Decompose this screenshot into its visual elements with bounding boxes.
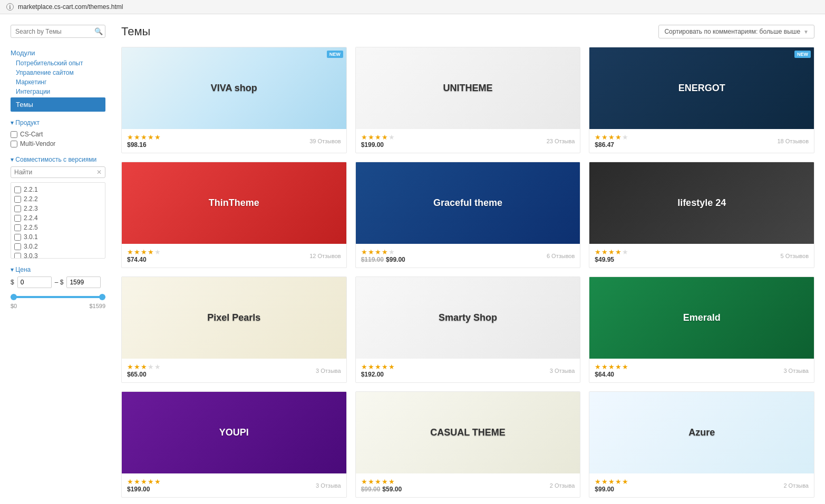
product-card-emerald[interactable]: Emerald ★★★★★ $64.40 3 Отзыва — [589, 276, 814, 383]
search-icon: 🔍 — [94, 27, 103, 35]
filter-cscart-checkbox[interactable] — [11, 131, 17, 138]
version-225[interactable]: 2.2.5 — [11, 223, 105, 232]
price-prefix-min: $ — [11, 279, 14, 286]
product-left-pixel: ★★★★★ $65.00 — [127, 363, 161, 378]
sort-dropdown[interactable]: Сортировать по комментариям: больше выше… — [658, 25, 814, 38]
version-224[interactable]: 2.2.4 — [11, 213, 105, 223]
product-reviews-youpi: 3 Отзыва — [316, 482, 341, 489]
version-clear-icon[interactable]: ✕ — [96, 169, 102, 176]
product-img-label-azure: Azure — [683, 421, 720, 444]
price-min-input[interactable] — [17, 276, 52, 288]
product-card-youpi[interactable]: YOUPI ★★★★★ $199.00 3 Отзыва — [121, 391, 347, 498]
product-info-youpi: ★★★★★ $199.00 3 Отзыва — [122, 473, 346, 497]
product-image-thin: ThinTheme — [122, 162, 346, 244]
product-img-label-energot: ENERGOT — [673, 77, 731, 100]
version-filter-title[interactable]: ▾ Совместимость с версиями — [11, 156, 105, 163]
star-full: ★ — [154, 133, 161, 141]
product-stars-youpi: ★★★★★ — [127, 478, 161, 486]
product-info-uni: ★★★★★ $199.00 23 Отзыва — [356, 129, 580, 153]
version-223[interactable]: 2.2.3 — [11, 204, 105, 213]
sidebar-item-consumer[interactable]: Потребительский опыт — [11, 58, 105, 68]
star-full: ★ — [595, 248, 601, 256]
product-card-uni[interactable]: UNITHEME ★★★★★ $199.00 23 Отзыва — [355, 47, 581, 153]
filter-cscart[interactable]: CS-Cart — [11, 130, 105, 139]
star-full: ★ — [141, 248, 148, 256]
product-image-lifestyle: lifestyle 24 — [589, 162, 814, 244]
version-222[interactable]: 2.2.2 — [11, 194, 105, 204]
version-search-input[interactable] — [14, 169, 96, 176]
browser-bar: ℹ marketplace.cs-cart.com/themes.html — [0, 0, 825, 14]
product-reviews-lifestyle: 5 Отзывов — [781, 253, 809, 259]
product-left-graceful: ★★★★★ $119.00$99.00 — [361, 248, 405, 263]
product-reviews-casual: 2 Отзыва — [550, 482, 575, 489]
url-bar[interactable]: marketplace.cs-cart.com/themes.html — [18, 3, 123, 11]
product-card-lifestyle[interactable]: lifestyle 24 ★★★★★ $49.95 5 Отзывов — [589, 162, 814, 268]
star-full: ★ — [141, 478, 148, 486]
product-image-youpi: YOUPI — [122, 392, 346, 473]
main-content: Темы Сортировать по комментариям: больше… — [111, 25, 825, 498]
product-info-thin: ★★★★★ $74.40 12 Отзывов — [122, 244, 346, 268]
star-full: ★ — [361, 478, 368, 486]
star-full: ★ — [615, 363, 622, 371]
product-stars-thin: ★★★★★ — [127, 248, 161, 256]
product-filter-title[interactable]: ▾ Продукт — [11, 119, 105, 126]
price-handle-left[interactable] — [11, 294, 17, 300]
product-card-pixel[interactable]: Pixel Pearls ★★★★★ $65.00 3 Отзыва — [121, 276, 347, 383]
product-image-graceful: Graceful theme — [356, 162, 580, 244]
sidebar-item-management[interactable]: Управление сайтом — [11, 68, 105, 77]
star-empty: ★ — [622, 248, 629, 256]
product-price-casual: $99.00$59.00 — [361, 486, 402, 493]
sidebar-item-marketing[interactable]: Маркетинг — [11, 77, 105, 87]
price-handle-right[interactable] — [99, 294, 105, 300]
product-img-label-graceful: Graceful theme — [428, 192, 508, 214]
price-range-labels: $0 $1599 — [11, 303, 105, 309]
sidebar-item-modules[interactable]: Модули — [11, 47, 105, 58]
star-full: ★ — [375, 248, 382, 256]
price-max-input[interactable] — [66, 276, 101, 288]
sidebar-item-themes[interactable]: Темы — [11, 97, 105, 112]
star-full: ★ — [382, 248, 389, 256]
product-card-energot[interactable]: ENERGOT NEW ★★★★★ $86.47 18 Отзывов — [589, 47, 814, 153]
price-filter-title[interactable]: ▾ Цена — [11, 266, 105, 273]
product-card-smarty[interactable]: Smarty Shop ★★★★★ $192.00 3 Отзыва — [355, 276, 581, 383]
version-302[interactable]: 3.0.2 — [11, 242, 105, 251]
version-301[interactable]: 3.0.1 — [11, 232, 105, 242]
sidebar-item-integrations[interactable]: Интеграции — [11, 87, 105, 96]
filter-multivendor-label: Multi-Vendor — [20, 140, 55, 147]
badge-new: NEW — [794, 51, 811, 58]
star-full: ★ — [622, 478, 629, 486]
product-price-viva: $98.16 — [127, 141, 161, 149]
search-box[interactable]: 🔍 — [11, 25, 105, 38]
product-img-label-uni: UNITHEME — [438, 77, 498, 100]
star-full: ★ — [368, 248, 375, 256]
version-303[interactable]: 3.0.3 — [11, 251, 105, 259]
version-search-box[interactable]: ✕ — [11, 166, 105, 178]
product-card-viva[interactable]: VIVA shop NEW ★★★★★ $98.16 39 Отзывов — [121, 47, 347, 153]
star-full: ★ — [127, 478, 134, 486]
product-info-azure: ★★★★★ $99.00 2 Отзыва — [589, 473, 814, 497]
version-221[interactable]: 2.2.1 — [11, 185, 105, 194]
star-full: ★ — [148, 248, 154, 256]
product-reviews-emerald: 3 Отзыва — [783, 368, 809, 374]
star-full: ★ — [154, 478, 161, 486]
old-price: $99.00 — [361, 486, 381, 493]
product-card-casual[interactable]: CASUAL THEME ★★★★★ $99.00$59.00 2 Отзыва — [355, 391, 581, 498]
product-stars-pixel: ★★★★★ — [127, 363, 161, 371]
filter-multivendor[interactable]: Multi-Vendor — [11, 139, 105, 149]
product-stars-graceful: ★★★★★ — [361, 248, 405, 256]
star-full: ★ — [601, 478, 608, 486]
product-card-thin[interactable]: ThinTheme ★★★★★ $74.40 12 Отзывов — [121, 162, 347, 268]
product-image-casual: CASUAL THEME — [356, 392, 580, 473]
product-price-pixel: $65.00 — [127, 371, 161, 378]
filter-multivendor-checkbox[interactable] — [11, 141, 17, 147]
product-img-label-thin: ThinTheme — [203, 192, 265, 214]
star-full: ★ — [368, 363, 375, 371]
product-card-azure[interactable]: Azure ★★★★★ $99.00 2 Отзыва — [589, 391, 814, 498]
price-range-bar — [11, 293, 105, 301]
sort-arrow-icon: ▼ — [803, 29, 809, 35]
star-full: ★ — [127, 248, 134, 256]
product-card-graceful[interactable]: Graceful theme ★★★★★ $119.00$99.00 6 Отз… — [355, 162, 581, 268]
search-input[interactable] — [15, 28, 94, 35]
star-empty: ★ — [154, 363, 161, 371]
product-info-viva: ★★★★★ $98.16 39 Отзывов — [122, 129, 346, 153]
